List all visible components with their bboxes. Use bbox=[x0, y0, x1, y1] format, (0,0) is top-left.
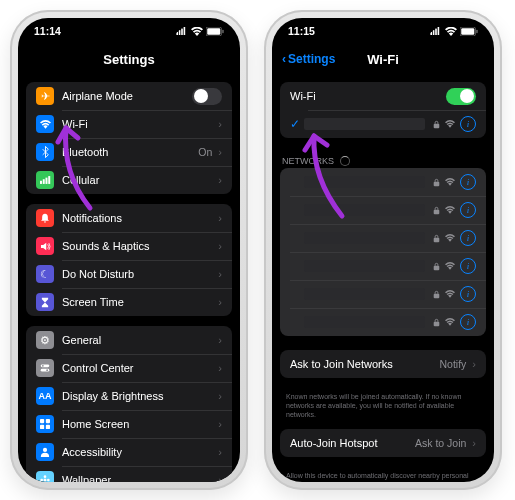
wifi-icon bbox=[445, 317, 455, 327]
network-indicators: i bbox=[433, 258, 476, 274]
wifi-toggle-group: Wi-Fi ✓ i bbox=[280, 82, 486, 138]
svg-rect-6 bbox=[222, 29, 223, 32]
network-name-redacted bbox=[304, 316, 425, 328]
svg-rect-38 bbox=[434, 209, 440, 214]
settings-row-accessibility[interactable]: Accessibility› bbox=[26, 438, 232, 466]
network-indicators: i bbox=[433, 314, 476, 330]
screen-right: 11:15 ‹ Settings Wi-Fi Wi-Fi ✓ bbox=[272, 18, 494, 482]
svg-rect-17 bbox=[40, 425, 44, 429]
svg-rect-41 bbox=[434, 293, 440, 298]
settings-row-sounds-haptics[interactable]: Sounds & Haptics› bbox=[26, 232, 232, 260]
chevron-right-icon: › bbox=[472, 437, 476, 449]
chevron-right-icon: › bbox=[218, 446, 222, 458]
svg-point-13 bbox=[42, 365, 44, 367]
network-indicators: i bbox=[433, 202, 476, 218]
connected-network-row[interactable]: ✓ i bbox=[280, 110, 486, 138]
settings-row-notifications[interactable]: Notifications› bbox=[26, 204, 232, 232]
chevron-right-icon: › bbox=[218, 212, 222, 224]
chevron-right-icon: › bbox=[218, 334, 222, 346]
wifi-icon bbox=[445, 233, 455, 243]
network-name-redacted bbox=[304, 260, 425, 272]
info-button[interactable]: i bbox=[460, 314, 476, 330]
chevron-right-icon: › bbox=[218, 362, 222, 374]
wifi-toggle-row[interactable]: Wi-Fi bbox=[280, 82, 486, 110]
svg-rect-16 bbox=[46, 419, 50, 423]
settings-row-control-center[interactable]: Control Center› bbox=[26, 354, 232, 382]
svg-rect-18 bbox=[46, 425, 50, 429]
network-indicators: i bbox=[433, 286, 476, 302]
network-indicators: i bbox=[433, 116, 476, 132]
row-label: Airplane Mode bbox=[62, 90, 192, 102]
svg-rect-8 bbox=[42, 179, 44, 184]
chevron-right-icon: › bbox=[218, 146, 222, 158]
settings-row-general[interactable]: ⚙General› bbox=[26, 326, 232, 354]
toggle[interactable] bbox=[192, 88, 222, 105]
screen-time-icon bbox=[36, 293, 54, 311]
info-button[interactable]: i bbox=[460, 230, 476, 246]
svg-rect-37 bbox=[434, 181, 440, 186]
accessibility-icon bbox=[36, 443, 54, 461]
settings-row-display-brightness[interactable]: AADisplay & Brightness› bbox=[26, 382, 232, 410]
settings-row-wallpaper[interactable]: Wallpaper› bbox=[26, 466, 232, 482]
wifi-icon bbox=[445, 289, 455, 299]
svg-rect-7 bbox=[40, 181, 42, 184]
status-icons bbox=[430, 27, 478, 36]
phone-right: 11:15 ‹ Settings Wi-Fi Wi-Fi ✓ bbox=[264, 10, 502, 490]
back-button[interactable]: ‹ Settings bbox=[282, 52, 335, 66]
settings-row-do-not-disturb[interactable]: ☾Do Not Disturb› bbox=[26, 260, 232, 288]
wifi-status-icon bbox=[445, 27, 457, 36]
settings-row-home-screen[interactable]: Home Screen› bbox=[26, 410, 232, 438]
row-label: General bbox=[62, 334, 218, 346]
svg-rect-10 bbox=[48, 176, 50, 184]
wifi-icon bbox=[445, 261, 455, 271]
settings-row-screen-time[interactable]: Screen Time› bbox=[26, 288, 232, 316]
ask-join-row[interactable]: Ask to Join Networks Notify › bbox=[280, 350, 486, 378]
info-button[interactable]: i bbox=[460, 286, 476, 302]
general-icon: ⚙ bbox=[36, 331, 54, 349]
status-time: 11:14 bbox=[34, 25, 61, 37]
row-label: Control Center bbox=[62, 362, 218, 374]
svg-rect-31 bbox=[435, 29, 437, 35]
network-indicators: i bbox=[433, 230, 476, 246]
wifi-label: Wi-Fi bbox=[290, 90, 446, 102]
settings-list[interactable]: ✈Airplane ModeWi-Fi›BluetoothOn›Cellular… bbox=[18, 74, 240, 482]
chevron-left-icon: ‹ bbox=[282, 52, 286, 66]
network-row[interactable]: i bbox=[280, 224, 486, 252]
svg-rect-40 bbox=[434, 265, 440, 270]
network-name-redacted bbox=[304, 176, 425, 188]
navbar: Settings bbox=[18, 44, 240, 74]
info-button[interactable]: i bbox=[460, 174, 476, 190]
wifi-toggle[interactable] bbox=[446, 88, 476, 105]
row-label: Notifications bbox=[62, 212, 218, 224]
network-row[interactable]: i bbox=[280, 252, 486, 280]
svg-rect-2 bbox=[181, 29, 183, 35]
info-button[interactable]: i bbox=[460, 258, 476, 274]
network-row[interactable]: i bbox=[280, 168, 486, 196]
settings-row-cellular[interactable]: Cellular› bbox=[26, 166, 232, 194]
svg-rect-30 bbox=[433, 30, 435, 35]
lock-icon bbox=[433, 120, 440, 129]
display-icon: AA bbox=[36, 387, 54, 405]
wifi-content[interactable]: Wi-Fi ✓ i NETWORKS iiiiii bbox=[272, 74, 494, 482]
settings-row-airplane-mode[interactable]: ✈Airplane Mode bbox=[26, 82, 232, 110]
notifications-icon bbox=[36, 209, 54, 227]
navbar: ‹ Settings Wi-Fi bbox=[272, 44, 494, 74]
ask-join-label: Ask to Join Networks bbox=[290, 358, 439, 370]
group-general: ⚙General›Control Center›AADisplay & Brig… bbox=[26, 326, 232, 482]
row-label: Screen Time bbox=[62, 296, 218, 308]
network-row[interactable]: i bbox=[280, 280, 486, 308]
settings-row-bluetooth[interactable]: BluetoothOn› bbox=[26, 138, 232, 166]
network-row[interactable]: i bbox=[280, 196, 486, 224]
info-button[interactable]: i bbox=[460, 116, 476, 132]
settings-row-wi-fi[interactable]: Wi-Fi› bbox=[26, 110, 232, 138]
network-row[interactable]: i bbox=[280, 308, 486, 336]
bluetooth-icon bbox=[36, 143, 54, 161]
ask-join-group: Ask to Join Networks Notify › bbox=[280, 350, 486, 378]
lock-icon bbox=[433, 178, 440, 187]
lock-icon bbox=[433, 262, 440, 271]
info-button[interactable]: i bbox=[460, 202, 476, 218]
wallpaper-icon bbox=[36, 471, 54, 482]
home-screen-icon bbox=[36, 415, 54, 433]
hotspot-row[interactable]: Auto-Join Hotspot Ask to Join › bbox=[280, 429, 486, 457]
svg-rect-36 bbox=[434, 123, 440, 128]
